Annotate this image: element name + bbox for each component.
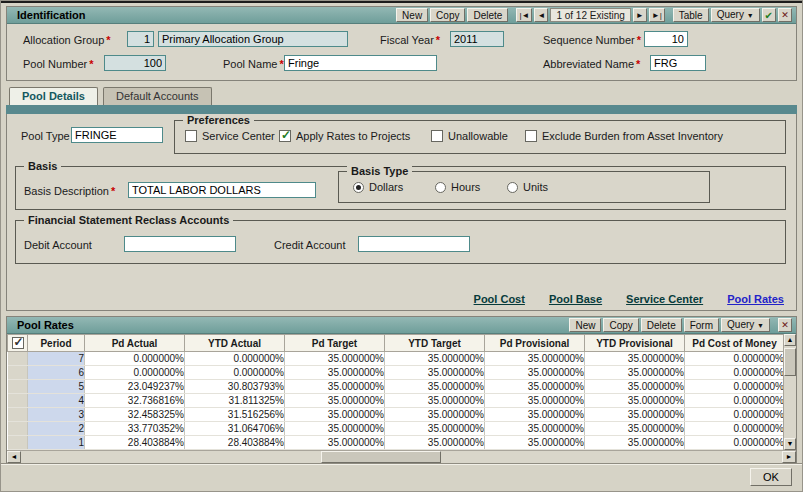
nav-first-button[interactable]: |◄	[516, 8, 532, 22]
grid-cell[interactable]: 35.000000%	[485, 422, 585, 436]
nav-prev-button[interactable]: ◄	[534, 8, 548, 22]
pool-cost-link[interactable]: Pool Cost	[474, 293, 525, 305]
row-selector[interactable]	[8, 422, 28, 436]
grid-cell[interactable]: 35.000000%	[285, 436, 385, 450]
query-button[interactable]: Query ▼	[711, 8, 760, 22]
period-cell[interactable]: 6	[28, 366, 85, 380]
rates-query-button[interactable]: Query ▼	[721, 318, 770, 332]
grid-cell[interactable]: 35.000000%	[485, 380, 585, 394]
fiscal-year-input[interactable]	[450, 31, 504, 47]
grid-cell[interactable]: 35.000000%	[385, 352, 485, 366]
period-cell[interactable]: 7	[28, 352, 85, 366]
grid-cell[interactable]: 35.000000%	[285, 394, 385, 408]
scroll-down-button[interactable]: ▼	[784, 438, 796, 450]
grid-cell[interactable]: 0.000000%	[85, 352, 185, 366]
grid-cell[interactable]: 31.064706%	[185, 422, 285, 436]
grid-cell[interactable]: 35.000000%	[485, 352, 585, 366]
grid-cell[interactable]: 35.000000%	[285, 422, 385, 436]
grid-cell[interactable]: 35.000000%	[385, 366, 485, 380]
horizontal-scrollbar[interactable]: ◄ ►	[7, 450, 796, 463]
credit-account-input[interactable]	[358, 236, 470, 252]
grid-cell[interactable]: 35.000000%	[285, 380, 385, 394]
grid-cell[interactable]: 35.000000%	[585, 422, 685, 436]
period-cell[interactable]: 3	[28, 408, 85, 422]
vertical-scroll-track[interactable]	[784, 376, 796, 438]
unallowable-checkbox[interactable]: Unallowable	[431, 130, 508, 142]
pool-number-input[interactable]	[104, 55, 166, 71]
grid-cell[interactable]: 35.000000%	[485, 436, 585, 450]
horizontal-scroll-track[interactable]	[441, 451, 782, 463]
pool-type-input[interactable]	[71, 127, 163, 143]
grid-cell[interactable]: 35.000000%	[585, 394, 685, 408]
grid-cell[interactable]: 0.000000%	[685, 352, 784, 366]
grid-cell[interactable]: 35.000000%	[285, 366, 385, 380]
scroll-up-button[interactable]: ▲	[784, 334, 796, 346]
basis-type-hours-radio[interactable]: Hours	[435, 181, 480, 193]
row-selector[interactable]	[8, 436, 28, 450]
grid-cell[interactable]: 32.736816%	[85, 394, 185, 408]
service-center-link[interactable]: Service Center	[626, 293, 703, 305]
grid-cell[interactable]: 35.000000%	[585, 380, 685, 394]
pool-base-link[interactable]: Pool Base	[549, 293, 602, 305]
tab-default-accounts[interactable]: Default Accounts	[103, 87, 212, 105]
grid-cell[interactable]: 0.000000%	[685, 408, 784, 422]
pool-rates-link[interactable]: Pool Rates	[727, 293, 784, 305]
grid-cell[interactable]: 35.000000%	[385, 422, 485, 436]
grid-cell[interactable]: 0.000000%	[185, 366, 285, 380]
grid-cell[interactable]: 35.000000%	[485, 408, 585, 422]
basis-type-units-radio[interactable]: Units	[507, 181, 548, 193]
rates-copy-button[interactable]: Copy	[603, 318, 638, 332]
apply-rates-checkbox[interactable]: Apply Rates to Projects	[279, 130, 410, 142]
debit-account-input[interactable]	[124, 236, 236, 252]
grid-cell[interactable]: 35.000000%	[385, 436, 485, 450]
grid-cell[interactable]: 33.770352%	[85, 422, 185, 436]
execute-button[interactable]: ✔	[762, 8, 776, 22]
grid-cell[interactable]: 32.458325%	[85, 408, 185, 422]
scroll-left-button[interactable]: ◄	[7, 451, 21, 463]
rates-delete-button[interactable]: Delete	[641, 318, 682, 332]
table-button[interactable]: Table	[673, 8, 709, 22]
grid-cell[interactable]: 35.000000%	[485, 394, 585, 408]
scroll-right-button[interactable]: ►	[782, 451, 796, 463]
tab-pool-details[interactable]: Pool Details	[9, 87, 98, 105]
grid-cell[interactable]: 0.000000%	[685, 422, 784, 436]
abbreviated-name-input[interactable]	[650, 55, 706, 71]
grid-cell[interactable]: 23.049237%	[85, 380, 185, 394]
grid-cell[interactable]: 28.403884%	[185, 436, 285, 450]
row-selector[interactable]	[8, 380, 28, 394]
copy-button[interactable]: Copy	[430, 8, 465, 22]
basis-description-input[interactable]	[128, 182, 316, 198]
grid-cell[interactable]: 35.000000%	[285, 408, 385, 422]
grid-cell[interactable]: 35.000000%	[585, 352, 685, 366]
select-all-cell[interactable]	[8, 335, 28, 352]
row-selector[interactable]	[8, 366, 28, 380]
period-cell[interactable]: 4	[28, 394, 85, 408]
vertical-scroll-thumb[interactable]	[784, 348, 796, 376]
row-selector[interactable]	[8, 394, 28, 408]
grid-cell[interactable]: 0.000000%	[685, 436, 784, 450]
grid-cell[interactable]: 0.000000%	[685, 380, 784, 394]
new-button[interactable]: New	[396, 8, 428, 22]
horizontal-scroll-thumb[interactable]	[321, 451, 441, 463]
grid-cell[interactable]: 35.000000%	[385, 408, 485, 422]
service-center-checkbox[interactable]: Service Center	[185, 130, 275, 142]
nav-next-button[interactable]: ►	[633, 8, 647, 22]
basis-type-dollars-radio[interactable]: Dollars	[353, 181, 403, 193]
row-selector[interactable]	[8, 352, 28, 366]
pool-name-input[interactable]	[284, 55, 437, 71]
grid-cell[interactable]: 0.000000%	[685, 366, 784, 380]
period-cell[interactable]: 1	[28, 436, 85, 450]
period-cell[interactable]: 2	[28, 422, 85, 436]
grid-cell[interactable]: 28.403884%	[85, 436, 185, 450]
grid-cell[interactable]: 35.000000%	[285, 352, 385, 366]
nav-last-button[interactable]: ►|	[649, 8, 665, 22]
grid-cell[interactable]: 35.000000%	[385, 394, 485, 408]
exclude-burden-checkbox[interactable]: Exclude Burden from Asset Inventory	[525, 130, 723, 142]
rates-close-button[interactable]: ✕	[778, 318, 792, 332]
grid-cell[interactable]: 0.000000%	[685, 394, 784, 408]
rates-new-button[interactable]: New	[569, 318, 601, 332]
grid-cell[interactable]: 35.000000%	[585, 366, 685, 380]
sequence-number-input[interactable]	[644, 31, 688, 47]
allocation-group-input[interactable]	[127, 31, 154, 47]
row-selector[interactable]	[8, 408, 28, 422]
